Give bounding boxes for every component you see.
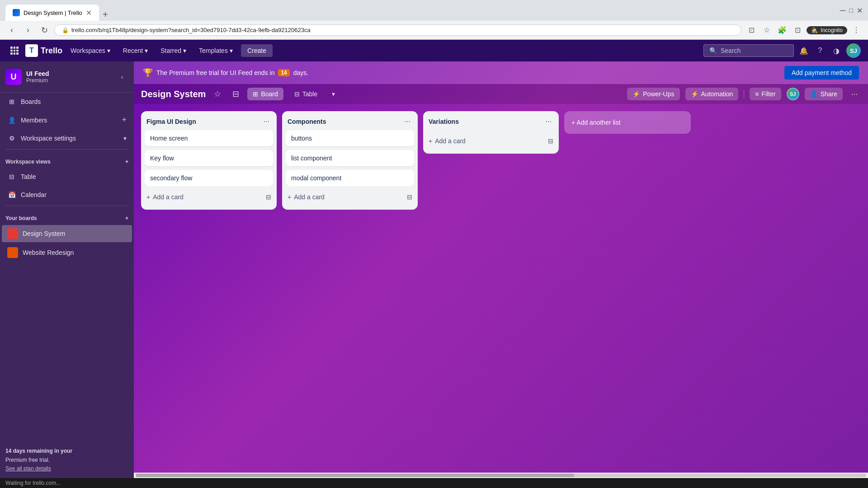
theme-button[interactable]: ◑	[830, 44, 843, 57]
trial-line2: Premium free trial.	[5, 456, 128, 464]
recent-menu[interactable]: Recent ▾	[118, 44, 152, 57]
templates-chevron: ▾	[230, 47, 233, 54]
user-avatar[interactable]: SJ	[846, 43, 861, 58]
sidebar-collapse-button[interactable]: ‹	[116, 70, 128, 83]
card-home-screen[interactable]: Home screen	[145, 130, 273, 146]
workspace-views-add[interactable]: +	[125, 159, 128, 165]
filter-button[interactable]: ≡ Filter	[750, 88, 781, 100]
table-view-button[interactable]: ⊟ Table	[289, 88, 323, 100]
workspaces-menu[interactable]: Workspaces ▾	[66, 44, 115, 57]
card-list-component[interactable]: list component	[286, 150, 414, 166]
list-menu-figma[interactable]: ···	[262, 117, 271, 127]
list-menu-components[interactable]: ···	[403, 117, 412, 127]
sidebar-board-website-redesign[interactable]: Website Redesign	[2, 244, 132, 261]
sidebar-board-design-system[interactable]: Design System	[2, 225, 132, 242]
trello-logo-icon: T	[25, 44, 38, 57]
view-more-button[interactable]: ▾	[328, 89, 339, 99]
board-name-design-system: Design System	[23, 230, 65, 237]
list-figma-ui-design: Figma UI Design ··· Home screen Key flow…	[141, 111, 277, 210]
card-modal-component[interactable]: modal component	[286, 170, 414, 186]
sidebar: U UI Feed Premium ‹ ⊞ Boards 👤 Members +…	[0, 61, 134, 478]
search-bar[interactable]: 🔍 Search	[703, 44, 794, 57]
board-more-button[interactable]: ···	[848, 88, 861, 100]
add-card-template-icon-components[interactable]: ⊟	[407, 193, 412, 201]
menu-button[interactable]: ⋮	[850, 24, 863, 37]
add-payment-button[interactable]: Add payment method	[784, 66, 859, 80]
create-button[interactable]: Create	[241, 44, 273, 57]
lock-icon: 🔒	[62, 27, 69, 33]
add-card-template-icon-figma[interactable]: ⊟	[266, 193, 271, 201]
premium-banner: 🏆 The Premium free trial for UI Feed end…	[134, 61, 868, 84]
address-bar[interactable]: 🔒 trello.com/b/rq1Tb48p/design-system?se…	[54, 24, 741, 36]
table-icon: ⊟	[7, 172, 16, 181]
add-card-template-icon-variations[interactable]: ⊟	[548, 137, 553, 145]
add-card-plus-variations: +	[429, 137, 432, 145]
notifications-button[interactable]: 🔔	[797, 44, 810, 57]
search-icon: 🔍	[709, 47, 717, 54]
share-button[interactable]: 👤 Share	[805, 88, 843, 100]
settings-chevron: ▾	[123, 135, 127, 142]
sidebar-header: U UI Feed Premium ‹	[0, 61, 134, 93]
forward-button[interactable]: ›	[22, 24, 34, 37]
list-cards-figma: Home screen Key flow secondary flow	[145, 130, 273, 186]
reload-button[interactable]: ↻	[38, 24, 51, 37]
card-key-flow[interactable]: Key flow	[145, 150, 273, 166]
board-view-icon: ⊞	[253, 90, 258, 98]
templates-label: Templates	[199, 47, 228, 54]
board-view-button[interactable]: ⊞ Board	[247, 88, 283, 100]
member-avatar-sj[interactable]: SJ	[787, 88, 799, 100]
board-members: SJ	[787, 88, 799, 100]
power-ups-button[interactable]: ⚡ Power-Ups	[627, 88, 679, 100]
add-card-variations[interactable]: + Add a card ⊟	[427, 134, 555, 148]
trello-logo[interactable]: T Trello	[25, 44, 62, 57]
tab-title: Design System | Trello	[24, 9, 82, 16]
extensions-button[interactable]: 🧩	[776, 24, 788, 37]
sidebar-item-boards[interactable]: ⊞ Boards	[2, 94, 132, 110]
banner-days-badge: 14	[278, 69, 289, 76]
add-list-button[interactable]: + Add another list	[564, 111, 691, 134]
cast-button[interactable]: ⊡	[745, 24, 758, 37]
header-divider	[744, 89, 744, 99]
bottom-scrollbar[interactable]	[134, 473, 868, 478]
sidebar-item-table[interactable]: ⊟ Table	[2, 169, 132, 185]
card-secondary-flow[interactable]: secondary flow	[145, 170, 273, 186]
incognito-badge[interactable]: 🕵 Incognito	[807, 26, 847, 34]
workspaces-chevron: ▾	[107, 47, 110, 54]
trial-link[interactable]: See all plan details	[5, 465, 128, 473]
back-button[interactable]: ‹	[5, 24, 18, 37]
starred-chevron: ▾	[183, 47, 186, 54]
add-card-components[interactable]: + Add a card ⊟	[286, 190, 414, 204]
close-button[interactable]: ✕	[857, 6, 863, 15]
help-button[interactable]: ?	[814, 44, 826, 57]
active-tab[interactable]: Design System | Trello ✕	[5, 5, 99, 21]
maximize-button[interactable]: □	[849, 7, 853, 14]
app-switcher-button[interactable]	[7, 43, 22, 58]
your-boards-section: Your boards +	[0, 208, 134, 224]
members-add-icon[interactable]: +	[122, 115, 127, 125]
list-menu-variations[interactable]: ···	[544, 117, 553, 127]
sidebar-item-members[interactable]: 👤 Members +	[2, 112, 132, 128]
lists-area: Figma UI Design ··· Home screen Key flow…	[134, 104, 868, 473]
board-visibility-button[interactable]: ⊟	[229, 88, 242, 100]
list-header-variations: Variations ···	[427, 117, 555, 130]
starred-menu[interactable]: Starred ▾	[156, 44, 191, 57]
sidebar-item-calendar[interactable]: 📅 Calendar	[2, 187, 132, 203]
automation-button[interactable]: ⚡ Automation	[685, 88, 739, 100]
minimize-button[interactable]: ─	[840, 6, 846, 15]
board-name-website-redesign: Website Redesign	[23, 249, 74, 256]
bookmark-button[interactable]: ☆	[760, 24, 773, 37]
templates-menu[interactable]: Templates ▾	[194, 44, 237, 57]
card-buttons[interactable]: buttons	[286, 130, 414, 146]
new-tab-button[interactable]: +	[99, 8, 112, 21]
tab-close[interactable]: ✕	[86, 9, 92, 17]
board-star-button[interactable]: ☆	[211, 88, 224, 100]
incognito-icon: 🕵	[811, 27, 818, 33]
add-card-figma[interactable]: + Add a card ⊟	[145, 190, 273, 204]
automation-label: Automation	[701, 90, 733, 98]
sidebar-item-workspace-settings[interactable]: ⚙ Workspace settings ▾	[2, 130, 132, 146]
profile-button[interactable]: ⊡	[791, 24, 804, 37]
starred-label: Starred	[160, 47, 181, 54]
your-boards-add[interactable]: +	[125, 215, 128, 221]
list-components: Components ··· buttons list component mo…	[282, 111, 418, 210]
add-card-label-components: Add a card	[294, 193, 325, 201]
